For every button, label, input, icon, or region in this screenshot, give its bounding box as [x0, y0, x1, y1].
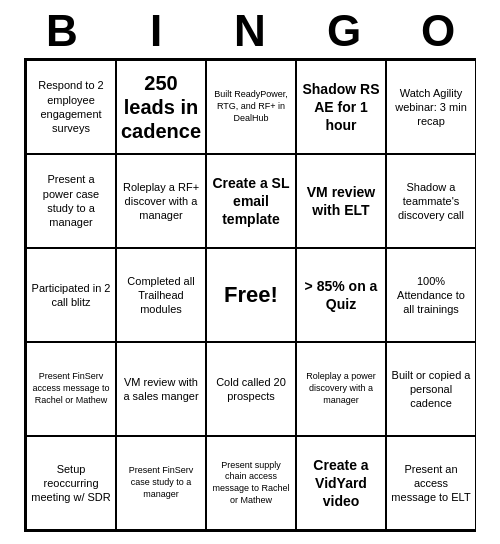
letter-o: O	[394, 6, 482, 56]
bingo-cell-0[interactable]: Respond to 2 employee engagement surveys	[26, 60, 116, 154]
bingo-grid: Respond to 2 employee engagement surveys…	[24, 58, 476, 532]
bingo-cell-23[interactable]: Create a VidYard video	[296, 436, 386, 530]
bingo-cell-6[interactable]: Roleplay a RF+ discover with a manager	[116, 154, 206, 248]
bingo-title: B I N G O	[15, 0, 485, 58]
bingo-cell-2[interactable]: Built ReadyPower, RTG, and RF+ in DealHu…	[206, 60, 296, 154]
bingo-cell-10[interactable]: Participated in 2 call blitz	[26, 248, 116, 342]
bingo-cell-8[interactable]: VM review with ELT	[296, 154, 386, 248]
bingo-cell-16[interactable]: VM review with a sales manger	[116, 342, 206, 436]
letter-n: N	[206, 6, 294, 56]
bingo-cell-12[interactable]: Free!	[206, 248, 296, 342]
bingo-cell-21[interactable]: Present FinServ case study to a manager	[116, 436, 206, 530]
bingo-cell-22[interactable]: Present supply chain access message to R…	[206, 436, 296, 530]
bingo-cell-9[interactable]: Shadow a teammate's discovery call	[386, 154, 476, 248]
bingo-cell-15[interactable]: Present FinServ access message to Rachel…	[26, 342, 116, 436]
bingo-cell-1[interactable]: 250 leads in cadence	[116, 60, 206, 154]
bingo-cell-18[interactable]: Roleplay a power discovery with a manage…	[296, 342, 386, 436]
bingo-cell-17[interactable]: Cold called 20 prospects	[206, 342, 296, 436]
letter-i: I	[112, 6, 200, 56]
bingo-cell-5[interactable]: Present a power case study to a manager	[26, 154, 116, 248]
letter-b: B	[18, 6, 106, 56]
bingo-cell-24[interactable]: Present an access message to ELT	[386, 436, 476, 530]
bingo-cell-14[interactable]: 100% Attendance to all trainings	[386, 248, 476, 342]
bingo-cell-3[interactable]: Shadow RS AE for 1 hour	[296, 60, 386, 154]
letter-g: G	[300, 6, 388, 56]
bingo-cell-19[interactable]: Built or copied a personal cadence	[386, 342, 476, 436]
bingo-cell-20[interactable]: Setup reoccurring meeting w/ SDR	[26, 436, 116, 530]
bingo-cell-7[interactable]: Create a SL email template	[206, 154, 296, 248]
bingo-cell-13[interactable]: > 85% on a Quiz	[296, 248, 386, 342]
bingo-cell-11[interactable]: Completed all Trailhead modules	[116, 248, 206, 342]
bingo-cell-4[interactable]: Watch Agility webinar: 3 min recap	[386, 60, 476, 154]
